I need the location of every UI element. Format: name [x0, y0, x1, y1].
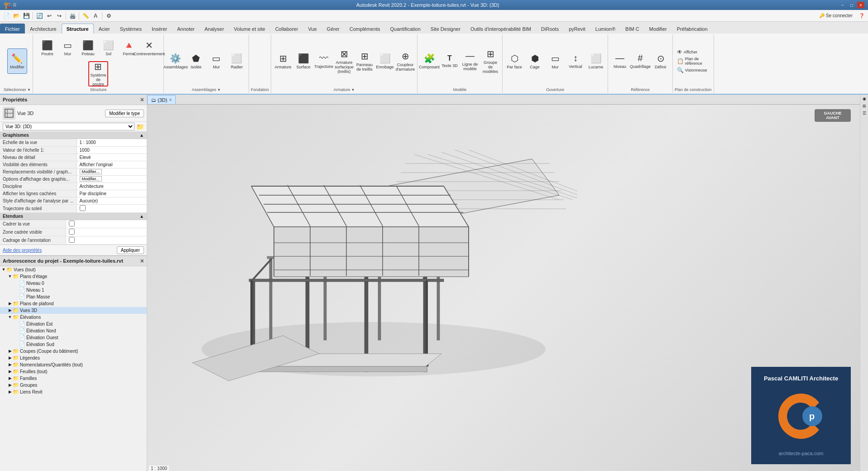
armature-trellis-button[interactable]: ⊠ Armature surfacique (treillis) [334, 48, 354, 74]
surface-button[interactable]: ⬛ Surface [293, 48, 313, 74]
systeme-poutre-button[interactable]: ⊞ Système de poutre [88, 61, 108, 87]
property-value[interactable]: Elevé [77, 154, 147, 161]
poteau-button[interactable]: ⬛ Poteau [78, 35, 98, 61]
plan-reference-button[interactable]: 📋 Plan de référence [675, 57, 711, 65]
isolee-button[interactable]: ⬟ Isolée [186, 48, 206, 74]
tree-item[interactable]: ▶ 📁 Vues 3D [0, 307, 147, 314]
qa-measure-button[interactable]: 📏 [81, 11, 90, 20]
tab-fichier[interactable]: Fichier [0, 24, 25, 34]
qa-undo-button[interactable]: ↩ [45, 11, 54, 20]
tree-item[interactable]: ▼ 📁 Vues (tout) [0, 266, 147, 273]
tab-inserer[interactable]: Insérer [147, 24, 172, 34]
armature-dropdown-icon[interactable]: ▼ [351, 88, 355, 92]
etendues-section-header[interactable]: Etendues ▲ [0, 213, 147, 220]
tab-prefabrication[interactable]: Préfabrication [672, 24, 713, 34]
mur-button[interactable]: ▭ Mur [58, 35, 77, 61]
texte3d-button[interactable]: T Texte 3D [440, 48, 460, 74]
tab-quantification[interactable]: Quantification [385, 24, 426, 34]
etendues-value[interactable] [66, 228, 147, 236]
contreventement-button[interactable]: ✕ Contreventement [139, 35, 159, 61]
armature-button[interactable]: ⊞ Armature [273, 48, 293, 74]
right-strip-btn-1[interactable]: ◉ [861, 96, 868, 102]
tree-item[interactable]: ▶ 📁 Groupes [0, 382, 147, 389]
viewport-tab-close[interactable]: × [169, 97, 172, 102]
tree-item[interactable]: ▶ 📁 Légendes [0, 355, 147, 361]
cage-button[interactable]: ⬢ Cage [525, 48, 545, 74]
tab-architecture[interactable]: Architecture [25, 24, 62, 34]
tree-expander[interactable]: ▶ [7, 383, 13, 387]
tab-systemes[interactable]: Systèmes [115, 24, 147, 34]
view-folder-icon[interactable]: 📁 [136, 123, 144, 130]
tab-collaborer[interactable]: Collaborer [270, 24, 303, 34]
tab-modifier[interactable]: Modifier [644, 24, 672, 34]
qa-new-button[interactable]: 📄 [2, 11, 11, 20]
tab-pyrevit[interactable]: pyRevit [564, 24, 590, 34]
qa-redo-button[interactable]: ↪ [55, 11, 64, 20]
tree-expander[interactable]: ▶ [7, 356, 13, 360]
tab-sitedesigner[interactable]: Site Designer [426, 24, 465, 34]
ligne-modele-button[interactable]: — Ligne de modèle [460, 48, 480, 74]
radier-button[interactable]: ⬜ Radier [227, 48, 247, 74]
tab-vue[interactable]: Vue [303, 24, 321, 34]
property-value[interactable]: 1000 [77, 146, 147, 154]
tree-expander[interactable]: ▶ [7, 301, 13, 306]
tab-acier[interactable]: Acier [94, 24, 115, 34]
tab-lumion[interactable]: Lumion® [590, 24, 620, 34]
property-value[interactable]: Modifier... [77, 175, 147, 183]
tab-complements[interactable]: Compléments [345, 24, 385, 34]
minimize-button[interactable]: − [839, 2, 846, 8]
viewport-tab-3d[interactable]: 🗂 (3D) × [147, 95, 176, 104]
panneau-trellis-button[interactable]: ⊞ Panneau de treillis [355, 48, 374, 74]
tree-item[interactable]: 📄 Élévation Nord [0, 327, 147, 334]
assemblages-dropdown-icon[interactable]: ▼ [217, 88, 221, 92]
par-face-button[interactable]: ⬡ Par face [504, 48, 524, 74]
mur-ouv-button[interactable]: ▭ Mur [545, 48, 565, 74]
tree-expander[interactable]: ▶ [7, 362, 13, 367]
composant-button[interactable]: 🧩 Composant [419, 48, 439, 74]
poutre-button[interactable]: ⬛ Poutre [37, 35, 57, 61]
modifier-button[interactable]: ✏️ Modifier [7, 48, 27, 74]
lucarne-button[interactable]: ⬜ Lucarne [586, 48, 606, 74]
info-button[interactable]: ❓ [857, 13, 866, 18]
tree-item[interactable]: 📄 Élévation Est [0, 321, 147, 327]
right-strip-btn-3[interactable]: ☰ [861, 110, 868, 116]
tab-analyser[interactable]: Analyser [200, 24, 229, 34]
niveau-button[interactable]: — Niveau [610, 48, 630, 74]
tree-expander[interactable]: ▼ [7, 274, 13, 279]
viewport-content[interactable]: GAUCHE AVANT Pascal CAMLITI Architecte p [147, 105, 860, 471]
property-value[interactable] [77, 204, 147, 212]
property-value[interactable]: Afficher l'original [77, 161, 147, 168]
property-value[interactable]: Architecture [77, 183, 147, 190]
tree-expander[interactable]: ▶ [7, 376, 13, 380]
tree-item[interactable]: 📄 Élévation Sud [0, 341, 147, 348]
tab-structure[interactable]: Structure [62, 24, 94, 34]
view-select[interactable]: Vue 3D: (3D) [3, 123, 134, 130]
tree-expander[interactable]: ▶ [7, 308, 13, 312]
coupleur-button[interactable]: ⊕ Coupleur d'armature [395, 48, 415, 74]
tree-expander[interactable]: ▶ [7, 349, 13, 353]
tree-item[interactable]: ▼ 📁 Plans d'étage [0, 273, 147, 280]
tree-close-button[interactable]: × [140, 257, 144, 264]
qa-sync-button[interactable]: 🔄 [35, 11, 44, 20]
tree-expander[interactable]: ▼ [7, 315, 13, 319]
qa-open-button[interactable]: 📂 [12, 11, 21, 20]
trajectoire-button[interactable]: 〰 Trajectoire [314, 48, 334, 74]
groupe-modeles-button[interactable]: ⊞ Groupe de modèles [480, 48, 500, 74]
tree-item[interactable]: ▶ 📁 Plans de plafond [0, 300, 147, 307]
user-connect[interactable]: 🔑 Se connecter [815, 13, 856, 18]
tab-outils-interop[interactable]: Outils d'interopérabilité BIM [465, 24, 536, 34]
tab-diroots[interactable]: DiRoots [536, 24, 564, 34]
tree-item[interactable]: 📄 Élévation Ouest [0, 334, 147, 341]
tree-item[interactable]: ▶ 📁 Nomenclatures/Quantités (tout) [0, 361, 147, 368]
vertical-button[interactable]: ↕ Vertical [566, 48, 585, 74]
sol-button[interactable]: ⬜ Sol [98, 35, 118, 61]
visionneuse-button[interactable]: 🔍 Visionneuse [675, 66, 711, 74]
tree-item[interactable]: ▼ 📁 Élévations [0, 314, 147, 321]
assemblages-button[interactable]: ⚙️ Assemblages [166, 48, 186, 74]
modify-type-button[interactable]: Modifier le type [105, 110, 144, 117]
enrobage-button[interactable]: ⬜ Enrobage [375, 48, 395, 74]
tree-expander[interactable]: ▼ [1, 267, 6, 272]
qa-save-button[interactable]: 💾 [22, 11, 31, 20]
aide-proprietes-link[interactable]: Aide des propriétés [3, 248, 42, 253]
appliquer-button[interactable]: Appliquer [117, 246, 144, 254]
